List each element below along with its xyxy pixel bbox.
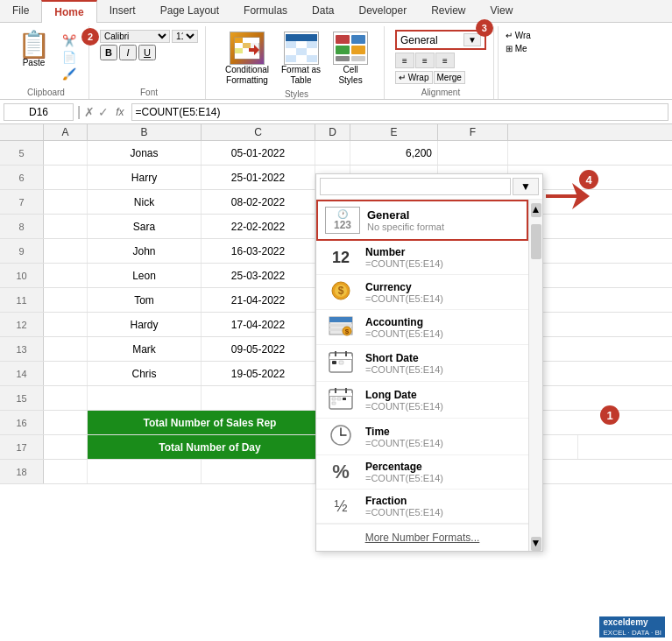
nf-item-number[interactable]: 12 Number =COUNT(E5:E14)	[316, 241, 528, 275]
cell-8-c[interactable]: 22-02-2022	[202, 215, 315, 238]
cell-12-b[interactable]: Hardy	[88, 313, 202, 336]
italic-button[interactable]: I	[119, 45, 137, 60]
nf-item-time[interactable]: Time =COUNT(E5:E14)	[316, 419, 528, 455]
font-family-select[interactable]: Calibri	[100, 30, 170, 43]
cell-9-b[interactable]: John	[88, 239, 202, 263]
col-header-d[interactable]: D	[315, 124, 350, 140]
tab-data[interactable]: Data	[300, 0, 346, 22]
number-format-dropdown-arrow[interactable]: ▼	[463, 33, 481, 46]
cell-18-c[interactable]	[202, 460, 315, 483]
cell-10-b[interactable]: Leon	[88, 264, 202, 287]
tab-review[interactable]: Review	[419, 0, 477, 22]
cell-12-c[interactable]: 17-04-2022	[202, 313, 315, 336]
cell-13-a[interactable]	[44, 337, 88, 361]
cell-17-days[interactable]: Total Number of Day	[88, 435, 333, 459]
nf-item-short-date[interactable]: Short Date =COUNT(E5:E14)	[316, 345, 528, 382]
tab-insert[interactable]: Insert	[97, 0, 148, 22]
copy-button[interactable]: 📄	[60, 50, 78, 65]
cell-6-b[interactable]: Harry	[88, 166, 202, 189]
col-header-e[interactable]: E	[350, 124, 438, 140]
cell-7-c[interactable]: 08-02-2022	[202, 190, 315, 214]
col-header-c[interactable]: C	[202, 124, 315, 140]
scrollbar-down-arrow[interactable]: ▼	[531, 537, 541, 551]
cell-11-a[interactable]	[44, 288, 88, 312]
cell-5-d[interactable]	[315, 141, 350, 165]
cell-14-a[interactable]	[44, 362, 88, 385]
col-header-a[interactable]: A	[44, 124, 88, 140]
tab-page-layout[interactable]: Page Layout	[148, 0, 231, 22]
nf-search-input[interactable]	[320, 178, 511, 195]
cell-16-sales-rep[interactable]: Total Number of Sales Rep	[88, 411, 333, 434]
col-header-f[interactable]: F	[438, 124, 508, 140]
align-center-icon[interactable]: ≡	[415, 53, 435, 68]
cell-16-a[interactable]	[44, 411, 88, 434]
cell-8-b[interactable]: Sara	[88, 215, 202, 238]
nf-items-list: 🕐 123 General No specific format 12 Numb…	[316, 200, 528, 551]
confirm-formula-btn[interactable]: ✓	[98, 105, 109, 119]
scrollbar-thumb[interactable]	[531, 224, 541, 259]
cell-14-b[interactable]: Chris	[88, 362, 202, 385]
tab-formulas[interactable]: Formulas	[231, 0, 300, 22]
tab-home[interactable]: Home	[41, 0, 96, 23]
cell-5-c[interactable]: 05-01-2022	[202, 141, 315, 165]
format-as-table-button[interactable]: Format asTable	[278, 30, 324, 88]
wrap-text-btn[interactable]: ↵ Wra	[502, 30, 534, 41]
merge-btn[interactable]: ⊞ Me	[502, 43, 534, 54]
cell-14-c[interactable]: 19-05-2022	[202, 362, 315, 385]
nf-item-long-date[interactable]: Long Date =COUNT(E5:E14)	[316, 382, 528, 419]
cell-7-b[interactable]: Nick	[88, 190, 202, 214]
number-format-input[interactable]	[400, 34, 462, 46]
nf-item-accounting[interactable]: $ Accounting =COUNT(E5:E14)	[316, 310, 528, 345]
cell-13-b[interactable]: Mark	[88, 337, 202, 361]
cell-11-c[interactable]: 21-04-2022	[202, 288, 315, 312]
more-number-formats-link[interactable]: More Number Formats...	[316, 524, 528, 551]
font-size-select[interactable]: 11	[172, 30, 198, 43]
align-left-icon[interactable]: ≡	[395, 53, 414, 68]
cell-17-a[interactable]	[44, 435, 88, 459]
cell-5-b[interactable]: Jonas	[88, 141, 202, 165]
number-format-dropdown[interactable]: ▼ 🕐 123 General No specific format	[315, 173, 543, 552]
paste-button[interactable]: 📋 Paste	[11, 30, 57, 69]
cell-18-a[interactable]	[44, 460, 88, 483]
cell-15-c[interactable]	[202, 386, 315, 410]
cell-5-e[interactable]: 6,200	[350, 141, 438, 165]
nf-item-percentage[interactable]: % Percentage =COUNT(E5:E14)	[316, 455, 528, 490]
cell-13-c[interactable]: 09-05-2022	[202, 337, 315, 361]
format-painter-button[interactable]: 🖌️	[60, 67, 78, 81]
cell-5-a[interactable]	[44, 141, 88, 165]
conditional-formatting-button[interactable]: ConditionalFormatting	[222, 30, 272, 88]
nf-item-currency[interactable]: $ Currency =COUNT(E5:E14)	[316, 275, 528, 310]
cell-9-a[interactable]	[44, 239, 88, 263]
cell-6-c[interactable]: 25-01-2022	[202, 166, 315, 189]
bold-button[interactable]: B	[100, 45, 117, 60]
merge-cells-button[interactable]: Merge	[434, 71, 465, 84]
col-header-b[interactable]: B	[88, 124, 202, 140]
cell-12-a[interactable]	[44, 313, 88, 336]
cell-styles-button[interactable]: CellStyles	[329, 30, 371, 88]
cell-15-b[interactable]	[88, 386, 202, 410]
cell-9-c[interactable]: 16-03-2022	[202, 239, 315, 263]
cell-8-a[interactable]	[44, 215, 88, 238]
cell-5-f[interactable]	[438, 141, 508, 165]
formula-input[interactable]	[131, 103, 669, 121]
name-box[interactable]	[4, 103, 74, 121]
nf-dropdown-arrow-btn[interactable]: ▼	[513, 178, 539, 195]
align-right-icon[interactable]: ≡	[435, 53, 455, 68]
nf-scrollbar[interactable]: ▲ ▼	[528, 200, 542, 551]
cell-10-c[interactable]: 25-03-2022	[202, 264, 315, 287]
cell-11-b[interactable]: Tom	[88, 288, 202, 312]
cell-15-a[interactable]	[44, 386, 88, 410]
wrap-text-button[interactable]: ↵ Wrap	[395, 71, 433, 84]
cell-7-a[interactable]	[44, 190, 88, 214]
tab-file[interactable]: File	[0, 0, 41, 22]
underline-button[interactable]: U	[138, 45, 156, 60]
cell-18-b[interactable]	[88, 460, 202, 483]
nf-item-general[interactable]: 🕐 123 General No specific format	[316, 200, 528, 241]
tab-developer[interactable]: Developer	[346, 0, 419, 22]
cell-10-a[interactable]	[44, 264, 88, 287]
nf-item-fraction[interactable]: ½ Fraction =COUNT(E5:E14)	[316, 490, 528, 524]
cell-6-a[interactable]	[44, 166, 88, 189]
cut-button[interactable]: ✂️	[60, 33, 78, 48]
scrollbar-up-arrow[interactable]: ▲	[531, 203, 541, 217]
cancel-formula-btn[interactable]: ✗	[84, 105, 95, 119]
